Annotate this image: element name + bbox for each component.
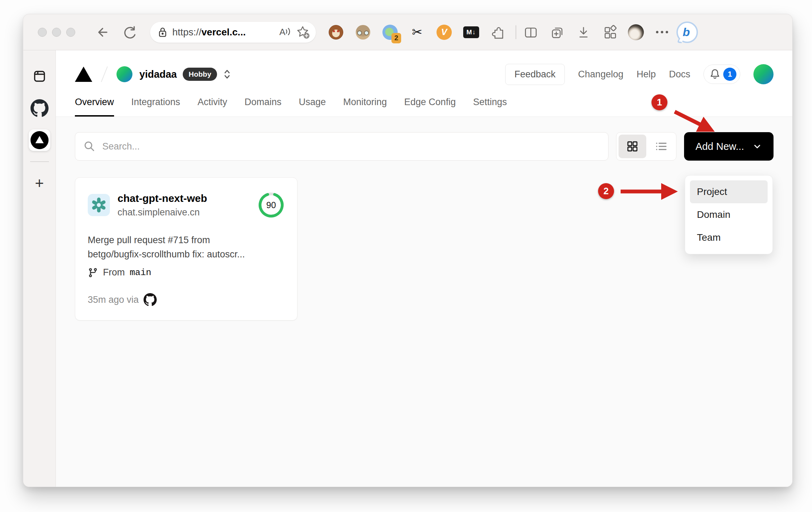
tab-integrations[interactable]: Integrations: [131, 97, 180, 117]
feedback-button[interactable]: Feedback: [505, 64, 565, 85]
docs-link[interactable]: Docs: [669, 69, 690, 80]
browser-toolbar: https://vercel.c... A 2 ✂ V M↓: [23, 14, 792, 50]
ellipsis-icon: [656, 31, 668, 33]
tab-usage[interactable]: Usage: [299, 97, 326, 117]
project-card[interactable]: chat-gpt-next-web chat.simplenaive.cn 90: [75, 177, 297, 321]
add-new-button[interactable]: Add New...: [684, 132, 774, 161]
translate-extension-icon[interactable]: 2: [382, 24, 398, 41]
apps-launcher-button[interactable]: [602, 24, 618, 41]
extensions-menu-button[interactable]: [490, 24, 507, 41]
tab-bar-divider: [30, 161, 49, 162]
minimize-window-button[interactable]: [52, 28, 61, 37]
extension-icons: 2 ✂ V M↓: [328, 24, 507, 41]
vertical-tab-bar: +: [23, 50, 56, 487]
tab-vercel-active[interactable]: [29, 129, 50, 151]
tab-panel-toggle-button[interactable]: [29, 66, 50, 87]
collections-button[interactable]: [549, 24, 565, 41]
bell-icon: [709, 68, 720, 80]
url-text: https://vercel.c...: [172, 27, 279, 38]
tab-monitoring[interactable]: Monitoring: [343, 97, 387, 117]
split-screen-button[interactable]: [522, 24, 539, 41]
more-menu-button[interactable]: [654, 24, 670, 41]
menu-item-domain[interactable]: Domain: [690, 203, 768, 226]
add-new-dropdown-menu: Project Domain Team: [685, 175, 773, 254]
project-domain[interactable]: chat.simplenaive.cn: [118, 207, 207, 218]
reload-button[interactable]: [121, 24, 138, 41]
vercel-dashboard-page: yidadaa Hobby Feedback Changelog Help Do…: [56, 50, 792, 487]
read-aloud-icon[interactable]: A: [279, 27, 291, 37]
browser-body: + yidadaa Hobby: [23, 50, 792, 487]
github-favicon: [31, 99, 49, 117]
bing-chat-button[interactable]: b: [676, 21, 699, 44]
monkey-face-icon: [329, 25, 343, 40]
vercel-logo-icon[interactable]: [75, 67, 92, 82]
back-button[interactable]: [95, 24, 111, 41]
scope-switcher-chevrons-icon: [223, 68, 232, 80]
tab-domains[interactable]: Domains: [244, 97, 282, 117]
plus-icon: +: [35, 176, 44, 191]
puzzle-icon: [490, 24, 507, 41]
close-window-button[interactable]: [38, 28, 47, 37]
tab-edge-config[interactable]: Edge Config: [404, 97, 456, 117]
new-tab-button[interactable]: +: [29, 172, 50, 194]
annotation-step-1-badge: 1: [651, 94, 667, 110]
sidebar-panel-icon: [32, 68, 47, 84]
tab-github[interactable]: [29, 97, 50, 119]
changelog-link[interactable]: Changelog: [578, 69, 623, 80]
project-titles: chat-gpt-next-web chat.simplenaive.cn: [118, 193, 207, 218]
openai-logo-icon: [91, 197, 107, 213]
header-actions: Feedback Changelog Help Docs 1: [505, 64, 774, 85]
help-link[interactable]: Help: [637, 69, 656, 80]
add-new-label: Add New...: [696, 141, 744, 152]
clipper-extension-icon[interactable]: ✂: [409, 24, 425, 41]
chevron-down-icon: [752, 142, 762, 151]
profile-avatar[interactable]: [628, 24, 644, 40]
grid-view-button[interactable]: [619, 135, 646, 158]
downloads-button[interactable]: [575, 24, 592, 41]
latest-commit-message: Merge pull request #715 from betgo/bugfi…: [88, 233, 285, 262]
tab-activity[interactable]: Activity: [198, 97, 227, 117]
from-label: From: [103, 267, 125, 278]
analytics-score-ring[interactable]: 90: [258, 191, 285, 219]
search-input[interactable]: [102, 141, 600, 152]
lock-icon: [157, 26, 168, 39]
branch-name: main: [130, 267, 151, 278]
add-favorite-icon[interactable]: [296, 25, 310, 40]
team-name: yidadaa: [139, 69, 177, 80]
markdown-download-icon: M↓: [463, 26, 479, 38]
tab-overview[interactable]: Overview: [75, 97, 114, 117]
apps-grid-icon: [602, 24, 618, 41]
deploy-time-text: 35m ago via: [88, 295, 139, 305]
maximize-window-button[interactable]: [66, 28, 75, 37]
avatar-extension-icon[interactable]: [355, 24, 371, 41]
browser-window: https://vercel.c... A 2 ✂ V M↓: [23, 14, 793, 487]
team-scope-switcher[interactable]: yidadaa Hobby: [116, 66, 232, 82]
monkey-extension-icon[interactable]: [328, 24, 344, 41]
menu-item-project[interactable]: Project: [690, 180, 768, 203]
annotation-step-2-badge: 2: [598, 183, 614, 199]
notification-count-badge: 1: [723, 68, 736, 81]
grid-view-icon: [626, 140, 639, 153]
user-avatar[interactable]: [753, 64, 774, 84]
project-search: [75, 132, 608, 161]
window-controls: [38, 28, 75, 37]
list-view-button[interactable]: [648, 135, 674, 158]
tab-settings[interactable]: Settings: [473, 97, 507, 117]
address-bar[interactable]: https://vercel.c... A: [150, 22, 316, 43]
markdown-extension-icon[interactable]: M↓: [463, 24, 480, 41]
project-card-header: chat-gpt-next-web chat.simplenaive.cn 90: [88, 191, 285, 219]
notifications-button[interactable]: 1: [703, 65, 740, 84]
translate-badge: 2: [391, 33, 401, 43]
projects-controls-row: Add New...: [75, 132, 774, 161]
dashboard-tabs: Overview Integrations Activity Domains U…: [75, 97, 774, 117]
sound-waves-icon: [285, 27, 291, 37]
download-icon: [575, 24, 592, 41]
project-logo-tile: [88, 194, 110, 216]
site-header: yidadaa Hobby Feedback Changelog Help Do…: [56, 50, 792, 117]
reload-icon: [122, 25, 137, 40]
view-mode-toggle: [616, 132, 676, 161]
menu-item-team[interactable]: Team: [690, 226, 768, 249]
github-icon: [144, 293, 157, 306]
git-branch-icon: [88, 267, 98, 278]
v-extension-icon[interactable]: V: [436, 24, 452, 41]
